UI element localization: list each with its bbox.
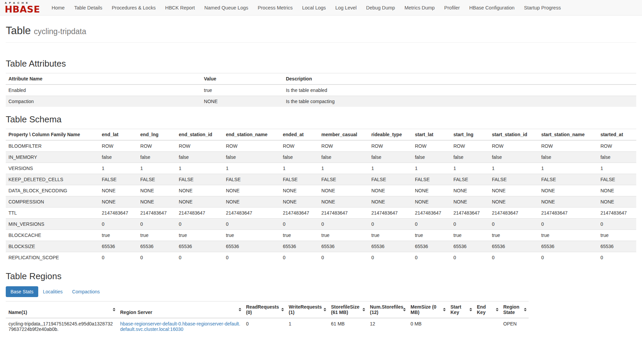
sort-icon [239,308,242,311]
sortable-column-header[interactable]: StorefileSize (61 MB) [328,301,367,318]
table-cell: 2147483647 [176,208,223,219]
sortable-column-header[interactable]: WriteRequests (1) [286,301,328,318]
nav-item-procedures-locks[interactable]: Procedures & Locks [107,0,160,15]
table-cell: 65536 [138,241,176,252]
table-cell: false [280,152,319,163]
tab-compactions[interactable]: Compactions [67,286,105,297]
table-cell: true [598,230,636,241]
table-cell: 61 MB [328,318,367,335]
nav-item-startup-progress[interactable]: Startup Progress [519,0,566,15]
sort-icon [469,308,472,311]
column-header: end_station_id [176,129,223,141]
tab-base-stats[interactable]: Base Stats [6,286,38,297]
nav-item-named-queue-logs[interactable]: Named Queue Logs [200,0,253,15]
nav-item-hbase-configuration[interactable]: HBase Configuration [465,0,519,15]
schema-property-cell: COMPRESSION [6,196,99,208]
column-header: Property \ Column Family Name [6,129,99,141]
table-cell: ROW [223,140,280,152]
table-row: COMPRESSIONNONENONENONENONENONENONENONEN… [6,196,636,208]
table-row: TTL2147483647214748364721474836472147483… [6,208,636,219]
region-server-link[interactable]: hbase-regionserver-default-0.hbase-regio… [120,321,240,332]
column-header: start_station_name [538,129,598,141]
table-cell: 0 [489,219,538,230]
table-cell: ROW [451,140,489,152]
column-header: member_casual [319,129,369,141]
table-cell: 1 [223,163,280,174]
table-row: REPLICATION_SCOPE000000000000 [6,252,636,263]
nav-item-process-metrics[interactable]: Process Metrics [253,0,297,15]
table-cell: 0 [223,252,280,263]
nav-item-table-details[interactable]: Table Details [69,0,107,15]
sortable-column-header[interactable]: Region Server [117,301,243,318]
schema-property-cell: DATA_BLOCK_ENCODING [6,185,99,196]
table-cell: FALSE [319,174,369,185]
schema-property-cell: MIN_VERSIONS [6,219,99,230]
sortable-column-header[interactable]: Name(1) [6,301,117,318]
table-cell: FALSE [598,174,636,185]
table-cell: 0 [138,219,176,230]
table-row: BLOCKCACHEtruetruetruetruetruetruetruetr… [6,230,636,241]
table-cell: 0 [243,318,286,335]
nav-item-local-logs[interactable]: Local Logs [297,0,331,15]
column-header-label: Region Server [120,310,152,315]
schema-table: Property \ Column Family Nameend_latend_… [6,129,636,263]
sortable-column-header[interactable]: MemSize (0 MB) [408,301,448,318]
sortable-column-header[interactable]: ReadRequests (0) [243,301,286,318]
table-cell: 2147483647 [369,208,412,219]
table-cell: NONE [138,196,176,208]
table-cell: true [538,230,598,241]
table-cell: ROW [99,140,138,152]
nav-item-hbck-report[interactable]: HBCK Report [160,0,200,15]
table-cell: FALSE [176,174,223,185]
table-cell: NONE [451,196,489,208]
column-header-label: ReadRequests (0) [246,304,279,315]
column-header: end_lng [138,129,176,141]
table-cell: 2147483647 [489,208,538,219]
nav-item-home[interactable]: Home [47,0,69,15]
table-cell: NONE [319,196,369,208]
tab-localities[interactable]: Localities [38,286,67,297]
table-row: cycling-tripdata,,1719475156245.e95d0a13… [6,318,529,335]
table-cell: 0 [451,252,489,263]
table-cell: NONE [223,185,280,196]
regions-tabs: Base Stats Localities Compactions [6,286,636,297]
table-cell: false [489,152,538,163]
table-cell: NONE [538,185,598,196]
sortable-column-header[interactable]: End Key [474,301,501,318]
table-cell: 0 [176,252,223,263]
sortable-column-header[interactable]: Start Key [448,301,474,318]
table-cell: true [138,230,176,241]
table-cell: 0 [223,219,280,230]
sortable-column-header[interactable]: Region State [501,301,529,318]
table-cell: NONE [412,196,451,208]
table-cell: 65536 [319,241,369,252]
sort-icon [281,308,284,311]
table-cell: 2147483647 [451,208,489,219]
hbase-logo[interactable]: APACHE HBASE [5,2,40,14]
table-cell: 0 [176,219,223,230]
table-cell: 0 [489,252,538,263]
table-cell: Is the table enabled [283,84,636,96]
table-row: KEEP_DELETED_CELLSFALSEFALSEFALSEFALSEFA… [6,174,636,185]
nav-item-metrics-dump[interactable]: Metrics Dump [400,0,439,15]
column-header-label: Num.Storefiles (12) [370,304,403,315]
table-cell: Is the table compacting [283,96,636,107]
sort-icon [443,308,446,311]
nav-item-profiler[interactable]: Profiler [440,0,465,15]
table-row: CompactionNONEIs the table compacting [6,96,636,107]
sort-icon [403,308,406,311]
column-header: end_station_name [223,129,280,141]
schema-property-cell: BLOOMFILTER [6,140,99,152]
main-content: Tablecycling-tripdata Table Attributes A… [0,25,642,348]
table-cell: 65536 [538,241,598,252]
table-cell: NONE [489,196,538,208]
table-cell: 1 [489,163,538,174]
table-cell: 0 [319,219,369,230]
nav-item-log-level[interactable]: Log Level [331,0,361,15]
table-cell: false [598,152,636,163]
table-cell: true [412,230,451,241]
nav-item-debug-dump[interactable]: Debug Dump [361,0,400,15]
sort-icon [524,308,527,311]
page-header: Tablecycling-tripdata [6,25,636,43]
sortable-column-header[interactable]: Num.Storefiles (12) [367,301,408,318]
